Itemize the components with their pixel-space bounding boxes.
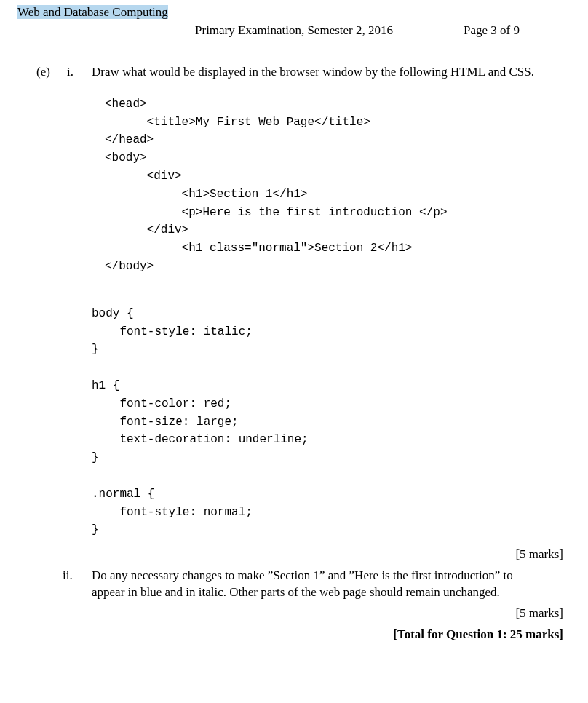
page-number: Page 3 of 9 [464, 23, 520, 39]
code-html-block: <head> <title>My First Web Page</title> … [105, 95, 541, 276]
part-i-prompt: Draw what would be displayed in the brow… [92, 64, 541, 81]
question-total: [Total for Question 1: 25 marks] [36, 627, 563, 643]
part-ii-body: Do any necessary changes to make ”Sectio… [92, 568, 541, 601]
part-i-body: Draw what would be displayed in the brow… [92, 64, 541, 539]
course-title-text: Web and Database Computing [17, 5, 168, 19]
header-sub: Primary Examination, Semester 2, 2016 Pa… [17, 23, 571, 39]
question-e: (e) i. Draw what would be displayed in t… [36, 64, 571, 643]
part-ii-label: ii. [63, 568, 73, 584]
question-label: (e) [36, 64, 50, 81]
course-title: Web and Database Computing [17, 4, 571, 21]
page: Web and Database Computing Primary Exami… [0, 0, 588, 661]
part-i-label: i. [67, 64, 74, 81]
part-ii: ii. Do any necessary changes to make ”Se… [36, 568, 571, 601]
part-ii-marks: [5 marks] [36, 605, 563, 622]
code-css-block: body { font-style: italic; } h1 { font-c… [92, 305, 541, 539]
part-ii-prompt: Do any necessary changes to make ”Sectio… [92, 568, 541, 601]
part-i-marks: [5 marks] [36, 547, 563, 563]
exam-line: Primary Examination, Semester 2, 2016 [195, 23, 393, 39]
